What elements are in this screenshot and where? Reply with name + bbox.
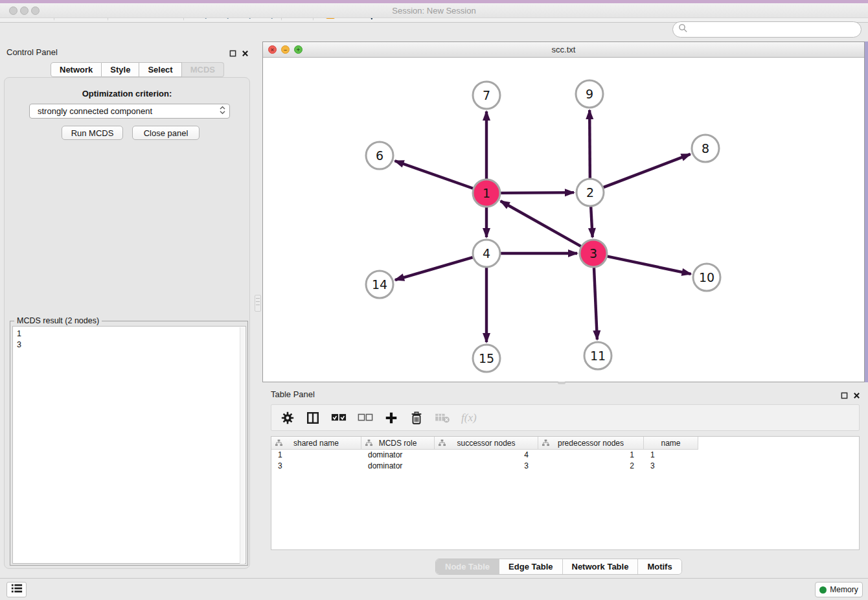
node-label: 10: [699, 270, 714, 284]
sort-hierarchy-icon: [542, 439, 550, 448]
mcds-panel: Optimization criterion: strongly connect…: [4, 77, 250, 569]
cell[interactable]: 1: [538, 450, 644, 461]
graph-node-4[interactable]: 4: [473, 240, 500, 267]
column-header-successor-nodes[interactable]: successor nodes: [435, 437, 538, 450]
node-label: 3: [589, 246, 597, 260]
node-label: 6: [376, 148, 383, 163]
edge-2-8[interactable]: [604, 154, 691, 187]
cell[interactable]: 3: [435, 461, 538, 472]
graph-node-8[interactable]: 8: [692, 135, 719, 162]
search-input[interactable]: [691, 25, 853, 34]
column-header-name[interactable]: name: [644, 437, 698, 450]
criterion-value: strongly connected component: [38, 106, 152, 116]
column-label: name: [661, 439, 680, 448]
table-row-1[interactable]: 1dominator411: [271, 450, 859, 461]
mcds-result-box[interactable]: 1 3: [12, 326, 246, 564]
optimization-criterion-label: Optimization criterion:: [5, 89, 249, 98]
network-graph-canvas[interactable]: 7968124314101511: [263, 58, 864, 382]
cell[interactable]: 1: [644, 450, 698, 461]
close-panel-button[interactable]: Close panel: [132, 126, 200, 140]
table-tabs: Node TableEdge TableNetwork TableMotifs: [435, 559, 682, 575]
memory-label: Memory: [830, 585, 858, 594]
cell[interactable]: 2: [538, 461, 644, 472]
node-label: 1: [483, 186, 490, 200]
table-row-2[interactable]: 3dominator323: [271, 461, 859, 472]
deselect-all-icon[interactable]: [358, 413, 373, 422]
status-bar: Memory: [0, 578, 868, 600]
float-panel-icon[interactable]: [841, 390, 848, 402]
background-window-edge: [865, 41, 868, 382]
cell[interactable]: 3: [271, 461, 361, 472]
graph-node-2[interactable]: 2: [577, 179, 604, 206]
graph-node-9[interactable]: 9: [576, 80, 603, 108]
tab-mcds[interactable]: MCDS: [182, 62, 224, 77]
graph-node-14[interactable]: 14: [366, 271, 393, 298]
graph-node-1[interactable]: 1: [473, 179, 500, 207]
tab-motifs[interactable]: Motifs: [637, 559, 681, 574]
delete-entry-icon[interactable]: [409, 411, 424, 425]
gear-icon[interactable]: [280, 411, 295, 425]
node-label: 8: [702, 141, 709, 156]
graph-node-6[interactable]: 6: [366, 142, 393, 169]
sort-hierarchy-icon: [365, 439, 373, 448]
cell[interactable]: 3: [644, 461, 698, 472]
edge-3-10[interactable]: [608, 257, 691, 274]
cell[interactable]: dominator: [361, 450, 435, 461]
graph-node-3[interactable]: 3: [580, 240, 607, 267]
close-panel-icon[interactable]: [242, 48, 249, 60]
columns-icon[interactable]: [306, 411, 320, 425]
edge-3-11[interactable]: [594, 268, 597, 340]
close-panel-icon[interactable]: [853, 390, 860, 402]
control-panel-title: Control Panel: [6, 47, 58, 57]
control-panel-tabs: NetworkStyleSelectMCDS: [51, 62, 224, 77]
tab-edge-table[interactable]: Edge Table: [499, 559, 562, 574]
edge-2-9[interactable]: [589, 110, 590, 178]
select-all-icon[interactable]: [331, 413, 347, 422]
float-panel-icon[interactable]: [229, 48, 236, 60]
network-view-window: × – + scc.txt 7968124314101511: [262, 41, 865, 382]
panel-splitter-handle[interactable]: [255, 295, 261, 312]
add-entry-icon[interactable]: [384, 411, 398, 425]
edge-3-1[interactable]: [501, 201, 581, 246]
network-window-title: scc.txt: [263, 45, 864, 54]
mcds-result-text: 1 3: [13, 327, 246, 352]
list-icon: [10, 583, 24, 597]
node-label: 4: [483, 246, 490, 260]
graph-node-10[interactable]: 10: [693, 264, 720, 291]
mcds-result-title: MCDS result (2 nodes): [14, 316, 102, 325]
column-label: predecessor nodes: [558, 439, 624, 448]
table-panel: Table Panel f(x) shared nameMCDS rolesuc…: [262, 386, 868, 577]
table-toolbar: f(x): [271, 404, 860, 431]
graph-node-7[interactable]: 7: [473, 82, 500, 109]
cell[interactable]: dominator: [361, 461, 435, 472]
column-header-predecessor-nodes[interactable]: predecessor nodes: [538, 437, 644, 450]
search-box[interactable]: [672, 21, 862, 38]
memory-status-icon: [819, 586, 827, 594]
graph-node-15[interactable]: 15: [473, 345, 500, 372]
memory-button[interactable]: Memory: [815, 582, 863, 597]
tab-style[interactable]: Style: [102, 62, 139, 77]
mcds-result-group: MCDS result (2 nodes) 1 3: [10, 321, 248, 566]
cell[interactable]: 1: [271, 450, 361, 461]
tab-node-table[interactable]: Node Table: [436, 559, 499, 574]
column-label: successor nodes: [457, 439, 515, 448]
graph-node-11[interactable]: 11: [584, 342, 611, 369]
tab-network-table[interactable]: Network Table: [562, 559, 638, 574]
horizontal-splitter-handle[interactable]: [558, 382, 565, 384]
column-header-MCDS-role[interactable]: MCDS role: [361, 437, 435, 450]
app-titlebar: Session: New Session: [0, 3, 868, 18]
edge-1-2[interactable]: [501, 192, 574, 193]
table-header-row: shared nameMCDS rolesuccessor nodesprede…: [271, 437, 859, 450]
tab-network[interactable]: Network: [51, 62, 102, 77]
run-mcds-button[interactable]: Run MCDS: [62, 126, 123, 140]
result-scrollbar[interactable]: [240, 327, 245, 564]
task-history-button[interactable]: [6, 582, 27, 597]
criterion-dropdown[interactable]: strongly connected component: [29, 104, 230, 119]
edge-2-3[interactable]: [591, 207, 593, 237]
edge-1-6[interactable]: [395, 161, 474, 188]
edge-4-14[interactable]: [395, 257, 473, 280]
tab-select[interactable]: Select: [139, 62, 181, 77]
column-header-shared-name[interactable]: shared name: [271, 437, 361, 450]
cell[interactable]: 4: [435, 450, 538, 461]
app-title: Session: New Session: [0, 6, 868, 16]
